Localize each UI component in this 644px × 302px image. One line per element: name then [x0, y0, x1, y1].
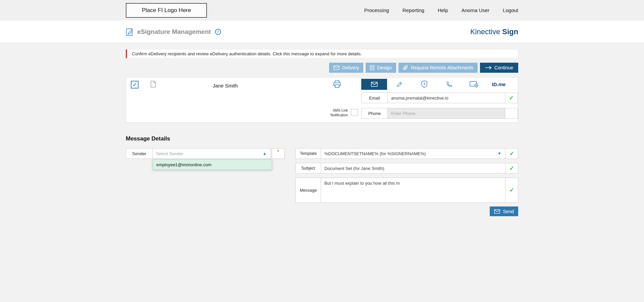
check-icon: ✓ — [509, 95, 514, 102]
recipient-name: Jane Smith — [126, 83, 324, 88]
template-row: Template ▼ ✓ — [296, 148, 518, 159]
message-label: Message — [296, 178, 321, 203]
auth-phone-call-icon[interactable] — [437, 81, 462, 87]
sender-row: Sender ▲ * — [126, 148, 285, 159]
email-input[interactable] — [387, 93, 505, 103]
esignature-document-icon — [126, 27, 134, 36]
nav-help[interactable]: Help — [438, 7, 448, 13]
sender-select-input[interactable] — [152, 148, 271, 159]
chevron-down-icon[interactable]: ▼ — [497, 151, 501, 156]
sender-dropdown: employee1@immonline.com — [153, 159, 272, 170]
document-icon — [370, 65, 374, 70]
check-icon: ✓ — [509, 150, 514, 157]
check-icon: ✓ — [509, 187, 514, 194]
subject-valid-cell: ✓ — [505, 163, 518, 174]
email-valid-cell: ✓ — [505, 93, 518, 103]
nav-processing[interactable]: Processing — [364, 7, 389, 13]
delivery-button[interactable]: Delivery — [329, 63, 364, 73]
envelope-icon — [494, 209, 500, 214]
design-button[interactable]: Design — [366, 63, 396, 73]
send-button[interactable]: Send — [490, 206, 518, 216]
sender-label: Sender — [126, 148, 153, 159]
top-navigation: Processing Reporting Help Anoma User Log… — [364, 7, 518, 13]
email-label: Email — [361, 93, 388, 103]
message-details-heading: Message Details — [126, 135, 518, 142]
print-icon[interactable] — [333, 80, 341, 89]
subject-label: Subject — [296, 163, 321, 174]
auth-signature-icon[interactable] — [387, 81, 412, 88]
svg-text:?: ? — [423, 82, 425, 86]
subject-input[interactable] — [321, 163, 505, 174]
template-select-input[interactable] — [321, 148, 505, 159]
fi-logo-placeholder[interactable]: Place FI Logo Here — [126, 3, 207, 18]
edelivery-alert-banner[interactable]: Confirm eDelivery recipients and review … — [126, 49, 518, 58]
sms-link-notification-checkbox[interactable] — [351, 109, 358, 116]
phone-input[interactable] — [387, 108, 505, 119]
sender-option[interactable]: employee1@immonline.com — [153, 160, 272, 170]
check-icon: ✓ — [509, 165, 514, 172]
continue-button[interactable]: Continue — [480, 63, 518, 73]
svg-text:R: R — [475, 84, 477, 87]
template-label: Template — [296, 148, 321, 159]
main-content: Confirm eDelivery recipients and review … — [0, 49, 644, 216]
message-row: Message But I must explain to you how al… — [296, 178, 518, 203]
template-valid-cell: ✓ — [505, 148, 518, 159]
toolbar: Delivery Design Request Remote Attachmen… — [126, 63, 518, 73]
envelope-icon — [333, 65, 339, 70]
message-valid-cell: ✓ — [505, 178, 518, 203]
sms-link-notification-label: SMS Link Notification — [326, 108, 348, 117]
page-title: eSignature Management — [137, 28, 211, 36]
nav-reporting[interactable]: Reporting — [402, 7, 424, 13]
page-header: eSignature Management i Kinective Sign — [0, 20, 644, 43]
arrow-right-icon — [485, 66, 492, 70]
recipient-row: ✓ Jane Smith SMS Link Notifi — [126, 77, 518, 123]
email-row: Email ✓ — [361, 93, 518, 103]
phone-valid-cell — [505, 108, 518, 119]
phone-label: Phone — [361, 108, 388, 119]
sender-required-indicator: * — [272, 148, 285, 159]
paperclip-icon — [403, 65, 408, 70]
nav-user-menu[interactable]: Anoma User — [462, 7, 489, 13]
subject-row: Subject ✓ — [296, 163, 518, 174]
chevron-up-icon[interactable]: ▲ — [263, 151, 267, 156]
nav-logout[interactable]: Logout — [503, 7, 518, 13]
auth-idme-icon[interactable]: ID.me — [486, 81, 511, 87]
auth-email-icon[interactable] — [361, 79, 387, 90]
brand-logo: Kinective Sign — [470, 27, 518, 36]
info-icon[interactable]: i — [215, 29, 221, 35]
message-textarea[interactable]: But I must explain to you how all this m — [321, 178, 505, 203]
request-remote-attachments-button[interactable]: Request Remote Attachments — [398, 63, 478, 73]
authentication-methods: ? R — [361, 79, 518, 90]
auth-remote-id-icon[interactable]: R — [462, 81, 486, 87]
phone-row: Phone — [361, 108, 518, 119]
auth-security-question-icon[interactable]: ? — [412, 80, 437, 88]
top-bar: Place FI Logo Here Processing Reporting … — [0, 0, 644, 20]
